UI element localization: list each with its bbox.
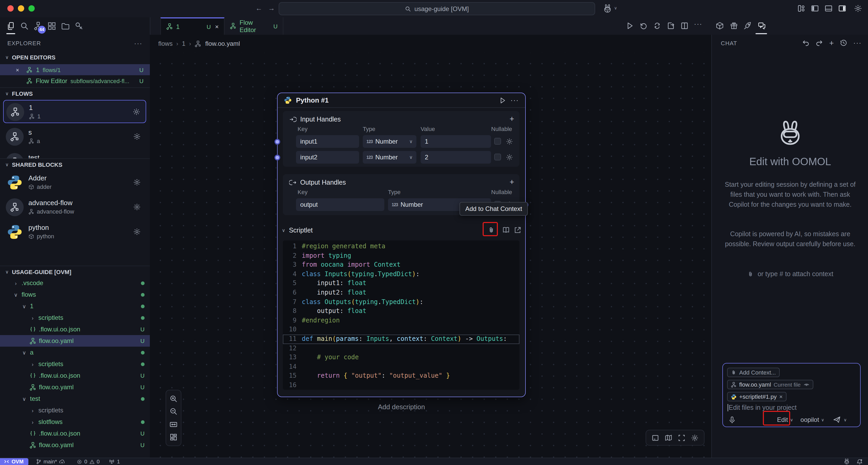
tree-item[interactable]: .flow.ui.oo.jsonU <box>0 428 150 439</box>
tab-flow-1[interactable]: 1 U × <box>160 17 224 35</box>
input-value-field[interactable]: 2 <box>421 151 491 164</box>
tree-item[interactable]: flow.oo.yamlU <box>0 381 150 393</box>
project-section-header[interactable]: ∨ USAGE-GUIDE [OVM] <box>0 266 150 277</box>
eye-icon[interactable] <box>803 381 810 388</box>
flows-section-header[interactable]: ∨ FLOWS <box>0 87 150 99</box>
zoom-in-icon[interactable] <box>169 395 178 403</box>
oomol-rabbit-icon[interactable] <box>602 4 613 14</box>
input-handle-dot[interactable] <box>274 154 280 160</box>
new-chat-icon[interactable]: + <box>829 38 834 47</box>
tab-flow-editor[interactable]: Flow Editor U <box>224 17 283 35</box>
fullscreen-icon[interactable] <box>678 434 686 442</box>
tree-item[interactable]: ›.vscode <box>0 277 150 289</box>
toggle-panel-icon[interactable] <box>824 4 833 12</box>
sync-icon[interactable] <box>653 22 661 30</box>
gear-icon[interactable] <box>132 108 141 116</box>
more-actions-icon[interactable]: ··· <box>694 20 703 28</box>
problems-status[interactable]: 0 0 <box>77 459 100 464</box>
open-editor-item[interactable]: × 1 flows/1 U <box>0 64 150 75</box>
gear-icon[interactable] <box>506 154 513 161</box>
explorer-more-icon[interactable]: ··· <box>134 39 143 47</box>
context-file-pill[interactable]: flow.oo.yaml Current file <box>727 380 813 389</box>
tree-item[interactable]: flow.oo.yamlU <box>0 439 150 451</box>
mic-icon[interactable] <box>728 416 736 424</box>
send-options-chevron[interactable]: ∨ <box>844 417 847 422</box>
input-key-field[interactable]: input2 <box>296 151 359 164</box>
secrets-view-icon[interactable] <box>75 22 84 30</box>
blocks-view-icon[interactable] <box>47 22 56 30</box>
tree-item[interactable]: ∨a <box>0 347 150 358</box>
breadcrumb[interactable]: flows › 1 › flow.oo.yaml <box>150 35 711 53</box>
split-editor-icon[interactable] <box>680 22 689 30</box>
add-description-button[interactable]: Add description <box>277 403 526 411</box>
git-branch-status[interactable]: main* <box>36 459 65 465</box>
tab-close-icon[interactable]: × <box>215 23 219 30</box>
docs-book-icon[interactable] <box>502 226 510 234</box>
nav-back-button[interactable]: ← <box>255 4 262 12</box>
breadcrumb-item[interactable]: flows <box>158 40 173 47</box>
shared-blocks-header[interactable]: ∨ SHARED BLOCKS <box>0 158 150 170</box>
gear-icon[interactable] <box>133 228 141 236</box>
close-icon[interactable]: × <box>16 66 19 73</box>
rerun-icon[interactable] <box>639 22 648 30</box>
open-external-icon[interactable] <box>514 226 522 234</box>
tree-item[interactable]: ∨flows <box>0 289 150 300</box>
chat-input-box[interactable]: Add Context... flow.oo.yaml Current file… <box>722 363 861 427</box>
undo-icon[interactable] <box>802 39 810 47</box>
open-editor-item[interactable]: Flow Editor subflows/advanced-fl... U <box>0 75 150 86</box>
scriptlet-section-header[interactable]: ∨ Scriptlet <box>282 224 313 237</box>
auto-layout-icon[interactable] <box>169 433 178 441</box>
zoom-out-icon[interactable] <box>169 407 178 416</box>
nullable-checkbox[interactable] <box>494 138 501 145</box>
window-close-button[interactable] <box>7 5 14 11</box>
history-icon[interactable] <box>840 39 847 47</box>
tree-item[interactable]: .flow.ui.oo.jsonU <box>0 370 150 381</box>
node-header[interactable]: Python #1 ··· <box>278 93 525 108</box>
nullable-checkbox[interactable] <box>494 154 501 161</box>
gift-icon[interactable] <box>730 22 738 30</box>
explorer-icon[interactable] <box>6 22 15 30</box>
run-flow-icon[interactable] <box>626 22 634 30</box>
tree-item[interactable]: ∨1 <box>0 300 150 312</box>
breadcrumb-item[interactable]: flow.oo.yaml <box>205 40 240 47</box>
tree-item[interactable]: ›slotflows <box>0 416 150 428</box>
gear-icon[interactable] <box>133 133 141 141</box>
panel-card-icon[interactable] <box>651 434 659 442</box>
flow-card-1[interactable]: 1 1 <box>3 100 146 123</box>
window-minimize-button[interactable] <box>18 5 24 11</box>
folder-view-icon[interactable] <box>61 22 70 30</box>
open-editors-header[interactable]: ∨ OPEN EDITORS <box>0 52 150 63</box>
fit-view-icon[interactable] <box>169 420 178 429</box>
customize-layout-icon[interactable] <box>797 4 805 12</box>
chat-text-input[interactable]: Edit files in your project <box>727 404 797 411</box>
rocket-icon[interactable] <box>743 22 752 30</box>
input-handle-dot[interactable] <box>274 139 280 144</box>
context-scriptlet-pill[interactable]: +scriptlet#1.py × <box>727 392 786 401</box>
nav-forward-button[interactable]: → <box>268 4 275 12</box>
input-value-field[interactable]: 1 <box>421 135 491 148</box>
tree-item[interactable]: flow.oo.yamlU <box>0 335 150 347</box>
package-icon[interactable] <box>716 22 724 30</box>
tree-item[interactable]: ›scriptlets <box>0 312 150 323</box>
shared-block-python[interactable]: python python <box>3 221 146 243</box>
tree-item[interactable]: .flow.ui.oo.jsonU <box>0 323 150 335</box>
remote-indicator[interactable]: OVM <box>0 458 28 465</box>
add-input-button[interactable]: + <box>509 114 514 123</box>
toggle-secondary-sidebar-icon[interactable] <box>838 4 846 12</box>
model-picker[interactable]: oopilot∨ <box>801 416 824 424</box>
python-node[interactable]: Python #1 ··· Input Handles + Key Type V… <box>277 93 526 397</box>
oomol-rabbit-icon[interactable] <box>843 458 850 465</box>
output-key-field[interactable]: output <box>296 198 384 211</box>
remove-context-icon[interactable]: × <box>779 394 782 400</box>
cloud-upload-icon[interactable] <box>59 459 65 465</box>
gear-icon[interactable] <box>506 138 513 145</box>
gear-icon[interactable] <box>133 203 141 211</box>
input-type-select[interactable]: 123 Number ∨ <box>363 135 416 148</box>
command-center-search[interactable]: usage-guide [OVM] <box>279 2 595 15</box>
toggle-sidebar-icon[interactable] <box>811 4 819 12</box>
input-key-field[interactable]: input1 <box>296 135 359 148</box>
tree-item[interactable]: ›scriptlets <box>0 358 150 370</box>
flow-card-test[interactable]: test <box>3 150 146 158</box>
flow-canvas[interactable]: flows › 1 › flow.oo.yaml Python #1 ··· I… <box>150 35 711 458</box>
input-type-select[interactable]: 123 Number ∨ <box>363 151 416 164</box>
